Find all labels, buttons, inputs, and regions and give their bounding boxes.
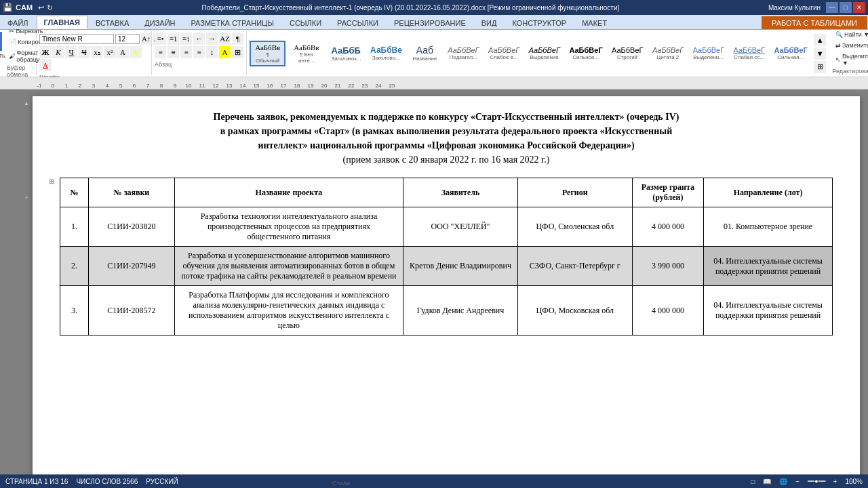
justify-button[interactable]: ≡ [193,46,205,58]
styles-scroll-up[interactable]: ▲ [814,34,826,46]
tab-maket[interactable]: МАКЕТ [574,16,614,29]
font-color-button[interactable]: А [39,59,52,71]
style-normal[interactable]: АаБбВв ¶ Обычный [250,41,285,66]
redo-icon[interactable]: ↻ [47,3,53,12]
editing-group: 🔍 Найти ▼ ⇄ Заменить ↖ Выделить ▼ Редакт… [829,31,868,75]
underline-button[interactable]: Ч [65,46,77,58]
align-center-button[interactable]: ≡ [167,46,179,58]
style-name[interactable]: Ааб Название [407,42,442,64]
ruler-tick: 12 [209,83,222,89]
ruler-tick: 13 [222,83,236,89]
tab-references[interactable]: ССЫЛКИ [282,16,329,29]
style-weak[interactable]: АаБбВеГ Слабое в... [484,43,524,63]
styles-expand[interactable]: ⊞ [814,61,826,73]
styles-scroll-down[interactable]: ▼ [814,47,826,60]
row3-applicant: Гудков Денис Андреевич [403,286,518,336]
bold-button[interactable]: Ж [39,46,52,58]
ruler-tick: 6 [127,83,141,89]
row3-project: Разработка Платформы для исследования и … [174,286,403,336]
status-right: □ 📖 🌐 − ━━●━━ + 100% [751,478,863,485]
increase-indent-button[interactable]: → [206,33,218,45]
tab-review[interactable]: РЕЦЕНЗИРОВАНИЕ [387,16,473,29]
multilevel-button[interactable]: ≡↕ [180,33,192,45]
style-weaklink[interactable]: АаБбВеГ Слабая сс... [730,43,769,63]
zoom-in-icon[interactable]: + [833,478,837,485]
style-strict[interactable]: АаБбВеГ Строгий [608,43,647,63]
row1-direction: 01. Компьютерное зрение [704,207,833,247]
subscript-button[interactable]: х₂ [91,46,103,58]
style-strong[interactable]: АаБбВеГ Сильное... [565,43,606,63]
italic-button[interactable]: К [52,46,64,58]
shading-button[interactable]: A [219,46,231,58]
table-row: 1. С1ИИ-203820 Разработка технологии инт… [60,207,833,247]
align-left-button[interactable]: ≡ [155,46,166,58]
text-effects-button[interactable]: А [117,46,129,58]
style-header2[interactable]: АаБбВе Заголово... [366,43,406,64]
ruler-tick: 4 [100,83,114,89]
tab-view[interactable]: ВИД [474,16,505,29]
style-nobezinte[interactable]: АаБбВв ¶ Без инте... [287,41,326,66]
ruler-tick: 11 [195,83,209,89]
col-header-project: Название проекта [174,178,403,207]
col-header-applicant: Заявитель [403,178,518,207]
style-sel2[interactable]: АаБбВеГ Выделени... [689,43,728,63]
row1-grant: 4 000 000 [632,207,703,247]
tab-constructor[interactable]: КОНСТРУКТОР [505,16,574,29]
show-marks-button[interactable]: ¶ [232,33,243,45]
paste-button[interactable]: 📋 Вставить [0,28,5,62]
zoom-slider[interactable]: ━━●━━ [808,478,825,485]
row2-applicant: Кретов Денис Владимирович [403,247,518,286]
layout-print-icon[interactable]: □ [751,478,755,485]
zoom-out-icon[interactable]: − [795,478,800,485]
style-highlight[interactable]: АаБбВеГ Выделение [525,43,564,63]
ribbon-toolbar: 📋 Вставить ✂ Вырезать 📄 Копировать 🖌 Фор… [0,30,868,77]
tab-tables[interactable]: РАБОТА С ТАБЛИЦАМИ [762,16,867,29]
close-button[interactable]: ✕ [853,2,865,13]
borders-button[interactable]: ⊞ [232,46,243,58]
style-header1[interactable]: АаБбБ Заголовок... [327,43,365,64]
undo-icon[interactable]: ↩ [38,3,44,12]
row1-appnum: С1ИИ-203820 [89,207,175,247]
font-name-input[interactable] [39,34,114,44]
strikethrough-button[interactable]: Ч [78,46,90,58]
main-table: № № заявки Название проекта Заявитель Ре… [60,178,833,336]
styles-gallery: АаБбВв ¶ Обычный АаБбВв ¶ Без инте... Аа… [247,31,829,75]
col-header-num: № [60,178,89,207]
tab-mailings[interactable]: РАССЫЛКИ [330,16,386,29]
tab-design[interactable]: ДИЗАЙН [137,16,182,29]
minimize-button[interactable]: — [826,2,838,13]
line-spacing-button[interactable]: ↕ [206,46,218,58]
sort-button[interactable]: AZ [219,33,231,45]
ruler-tick: 9 [168,83,182,89]
layout-read-icon[interactable]: 📖 [763,478,771,485]
page-info: СТРАНИЦА 1 ИЗ 16 [5,478,68,485]
font-grow-button[interactable]: A↑ [141,33,151,45]
style-quote2[interactable]: АаБбВеГ Цитата 2 [648,43,688,63]
style-stronglink[interactable]: АаБбВеГ Сильная... [770,43,812,63]
col-header-region: Регион [517,178,632,207]
style-subtitle[interactable]: АаБбВеГ Подзагол... [443,43,483,63]
ruler-tick: 10 [182,83,195,89]
select-button[interactable]: ↖ Выделить ▼ [833,52,868,68]
document-area[interactable]: ▲ + Перечень заявок, рекомендуемых к под… [0,89,868,474]
layout-web-icon[interactable]: 🌐 [779,478,787,485]
title-bar-right: Максим Кулыгин — □ ✕ [768,2,865,13]
bullets-button[interactable]: ≡• [155,33,166,45]
align-right-button[interactable]: ≡ [180,46,192,58]
font-size-input[interactable] [115,34,140,44]
ruler-tick: 20 [317,83,331,89]
row1-region: ЦФО, Смоленская обл [517,207,632,247]
highlight-button[interactable]: А [130,46,142,58]
find-button[interactable]: 🔍 Найти ▼ [833,30,868,39]
replace-button[interactable]: ⇄ Заменить [833,41,868,50]
tab-insert[interactable]: ВСТАВКА [88,16,136,29]
numbering-button[interactable]: ≡1 [167,33,179,45]
row2-grant: 3 990 000 [632,247,703,286]
superscript-button[interactable]: х² [104,46,116,58]
status-left: СТРАНИЦА 1 ИЗ 16 ЧИСЛО СЛОВ 2566 РУССКИЙ [5,478,178,485]
tab-layout[interactable]: РАЗМЕТКА СТРАНИЦЫ [183,16,281,29]
row2-region: СЗФО, Санкт-Петербург г [517,247,632,286]
decrease-indent-button[interactable]: ← [193,33,205,45]
row2-num: 2. [60,247,89,286]
maximize-button[interactable]: □ [840,2,852,13]
